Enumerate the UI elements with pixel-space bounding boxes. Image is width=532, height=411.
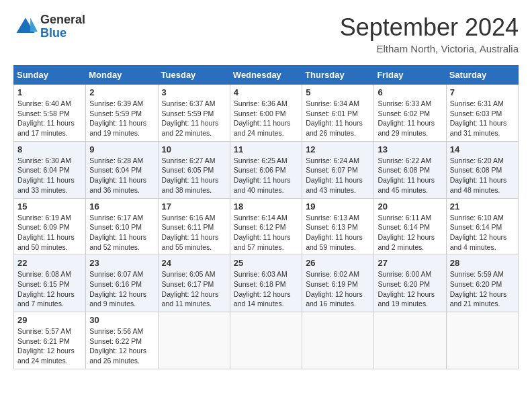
day-number: 23 [89,258,154,268]
calendar-cell: 18Sunrise: 6:14 AM Sunset: 6:12 PM Dayli… [230,198,302,255]
calendar-cell [302,312,374,369]
calendar-header-wednesday: Wednesday [230,66,302,85]
day-info: Sunrise: 6:02 AM Sunset: 6:19 PM Dayligh… [306,269,370,309]
calendar-cell [374,312,446,369]
day-info: Sunrise: 6:13 AM Sunset: 6:13 PM Dayligh… [306,213,370,253]
day-info: Sunrise: 5:57 AM Sunset: 6:21 PM Dayligh… [17,326,82,366]
day-number: 6 [378,87,442,97]
day-number: 16 [89,201,154,212]
calendar-cell: 27Sunrise: 6:00 AM Sunset: 6:20 PM Dayli… [374,255,446,312]
day-info: Sunrise: 6:24 AM Sunset: 6:07 PM Dayligh… [306,156,370,195]
calendar-cell: 21Sunrise: 6:10 AM Sunset: 6:14 PM Dayli… [446,198,518,255]
day-info: Sunrise: 5:56 AM Sunset: 6:22 PM Dayligh… [89,326,154,366]
day-info: Sunrise: 6:14 AM Sunset: 6:12 PM Dayligh… [234,213,298,253]
calendar-cell: 13Sunrise: 6:22 AM Sunset: 6:08 PM Dayli… [374,141,446,198]
svg-marker-1 [30,17,38,32]
day-number: 25 [234,258,298,268]
day-number: 26 [306,258,370,268]
day-info: Sunrise: 6:16 AM Sunset: 6:11 PM Dayligh… [162,213,226,253]
day-number: 7 [450,87,515,97]
day-info: Sunrise: 6:20 AM Sunset: 6:08 PM Dayligh… [450,156,515,195]
day-info: Sunrise: 6:39 AM Sunset: 5:59 PM Dayligh… [89,99,154,138]
calendar-header-monday: Monday [86,66,158,85]
day-number: 17 [162,201,226,212]
day-number: 29 [17,315,82,325]
day-info: Sunrise: 6:05 AM Sunset: 6:17 PM Dayligh… [162,269,226,309]
logo-general: General [40,13,85,27]
calendar-cell: 19Sunrise: 6:13 AM Sunset: 6:13 PM Dayli… [302,198,374,255]
calendar-cell: 15Sunrise: 6:19 AM Sunset: 6:09 PM Dayli… [14,198,86,255]
day-info: Sunrise: 6:27 AM Sunset: 6:05 PM Dayligh… [162,156,226,195]
calendar-cell: 28Sunrise: 5:59 AM Sunset: 6:20 PM Dayli… [446,255,518,312]
calendar-cell [158,312,230,369]
day-number: 22 [17,258,82,268]
day-info: Sunrise: 6:34 AM Sunset: 6:01 PM Dayligh… [306,99,370,138]
location: Eltham North, Victoria, Australia [340,43,519,54]
calendar-cell [446,312,518,369]
day-info: Sunrise: 6:17 AM Sunset: 6:10 PM Dayligh… [89,213,154,253]
day-info: Sunrise: 6:10 AM Sunset: 6:14 PM Dayligh… [450,213,515,253]
day-number: 24 [162,258,226,268]
calendar-cell: 3Sunrise: 6:37 AM Sunset: 5:59 PM Daylig… [158,85,230,142]
calendar-header-friday: Friday [374,66,446,85]
day-number: 28 [450,258,515,268]
day-info: Sunrise: 6:08 AM Sunset: 6:15 PM Dayligh… [17,269,82,309]
day-info: Sunrise: 6:25 AM Sunset: 6:06 PM Dayligh… [234,156,298,195]
calendar-table: SundayMondayTuesdayWednesdayThursdayFrid… [13,65,519,369]
calendar-header-row: SundayMondayTuesdayWednesdayThursdayFrid… [14,66,519,85]
calendar-cell: 1Sunrise: 6:40 AM Sunset: 5:58 PM Daylig… [14,85,86,142]
day-number: 15 [17,201,82,212]
day-info: Sunrise: 6:19 AM Sunset: 6:09 PM Dayligh… [17,213,82,253]
day-number: 2 [89,87,154,97]
calendar-cell: 8Sunrise: 6:30 AM Sunset: 6:04 PM Daylig… [14,141,86,198]
calendar-header-thursday: Thursday [302,66,374,85]
day-info: Sunrise: 5:59 AM Sunset: 6:20 PM Dayligh… [450,269,515,309]
day-info: Sunrise: 6:22 AM Sunset: 6:08 PM Dayligh… [378,156,442,195]
calendar-cell: 23Sunrise: 6:07 AM Sunset: 6:16 PM Dayli… [86,255,158,312]
calendar-cell: 4Sunrise: 6:36 AM Sunset: 6:00 PM Daylig… [230,85,302,142]
calendar-week-row: 15Sunrise: 6:19 AM Sunset: 6:09 PM Dayli… [14,198,519,255]
day-number: 13 [378,144,442,154]
calendar-cell: 29Sunrise: 5:57 AM Sunset: 6:21 PM Dayli… [14,312,86,369]
day-number: 11 [234,144,298,154]
day-number: 12 [306,144,370,154]
page-header: General Blue September 2024 Eltham North… [13,13,519,54]
day-number: 30 [89,315,154,325]
calendar-cell: 14Sunrise: 6:20 AM Sunset: 6:08 PM Dayli… [446,141,518,198]
day-info: Sunrise: 6:30 AM Sunset: 6:04 PM Dayligh… [17,156,82,195]
day-info: Sunrise: 6:07 AM Sunset: 6:16 PM Dayligh… [89,269,154,309]
calendar-cell: 5Sunrise: 6:34 AM Sunset: 6:01 PM Daylig… [302,85,374,142]
month-title: September 2024 [340,13,519,42]
calendar-cell: 25Sunrise: 6:03 AM Sunset: 6:18 PM Dayli… [230,255,302,312]
logo-blue: Blue [40,27,85,40]
calendar-cell: 10Sunrise: 6:27 AM Sunset: 6:05 PM Dayli… [158,141,230,198]
day-number: 1 [17,87,82,97]
calendar-cell: 16Sunrise: 6:17 AM Sunset: 6:10 PM Dayli… [86,198,158,255]
calendar-cell: 24Sunrise: 6:05 AM Sunset: 6:17 PM Dayli… [158,255,230,312]
calendar-cell: 22Sunrise: 6:08 AM Sunset: 6:15 PM Dayli… [14,255,86,312]
day-number: 21 [450,201,515,212]
day-number: 14 [450,144,515,154]
day-info: Sunrise: 6:28 AM Sunset: 6:04 PM Dayligh… [89,156,154,195]
calendar-cell: 17Sunrise: 6:16 AM Sunset: 6:11 PM Dayli… [158,198,230,255]
calendar-cell: 11Sunrise: 6:25 AM Sunset: 6:06 PM Dayli… [230,141,302,198]
logo: General Blue [13,13,85,40]
calendar-week-row: 29Sunrise: 5:57 AM Sunset: 6:21 PM Dayli… [14,312,519,369]
day-number: 19 [306,201,370,212]
calendar-cell: 9Sunrise: 6:28 AM Sunset: 6:04 PM Daylig… [86,141,158,198]
day-info: Sunrise: 6:00 AM Sunset: 6:20 PM Dayligh… [378,269,442,309]
calendar-week-row: 1Sunrise: 6:40 AM Sunset: 5:58 PM Daylig… [14,85,519,142]
calendar-cell: 7Sunrise: 6:31 AM Sunset: 6:03 PM Daylig… [446,85,518,142]
calendar-header-sunday: Sunday [14,66,86,85]
calendar-week-row: 8Sunrise: 6:30 AM Sunset: 6:04 PM Daylig… [14,141,519,198]
day-number: 5 [306,87,370,97]
day-number: 18 [234,201,298,212]
day-info: Sunrise: 6:36 AM Sunset: 6:00 PM Dayligh… [234,99,298,138]
day-number: 27 [378,258,442,268]
calendar-cell: 20Sunrise: 6:11 AM Sunset: 6:14 PM Dayli… [374,198,446,255]
logo-icon [13,15,38,39]
calendar-cell: 30Sunrise: 5:56 AM Sunset: 6:22 PM Dayli… [86,312,158,369]
calendar-week-row: 22Sunrise: 6:08 AM Sunset: 6:15 PM Dayli… [14,255,519,312]
calendar-cell: 2Sunrise: 6:39 AM Sunset: 5:59 PM Daylig… [86,85,158,142]
day-number: 20 [378,201,442,212]
